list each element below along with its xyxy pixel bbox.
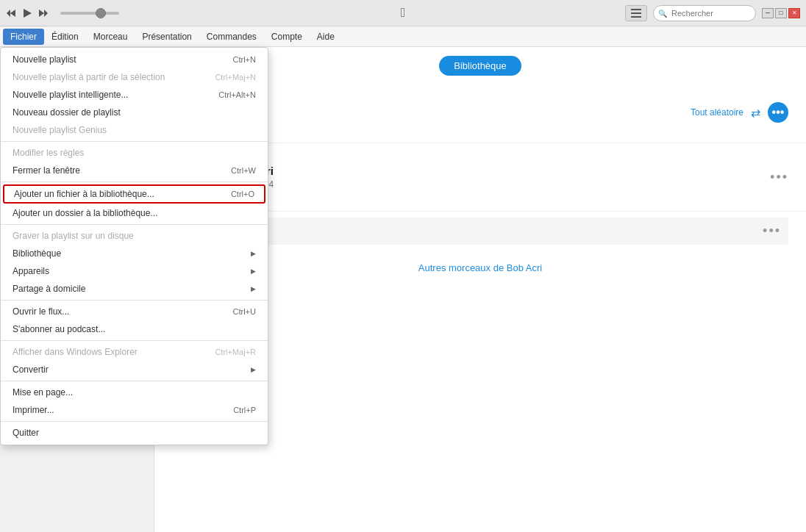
appareils-label: Appareils: [13, 266, 49, 276]
play-button[interactable]: [22, 8, 32, 18]
apple-logo: : [401, 5, 406, 21]
separator-2: [1, 181, 268, 182]
next-button[interactable]: [38, 8, 49, 18]
menu-commandes[interactable]: Commandes: [199, 29, 264, 45]
search-icon: 🔍: [658, 9, 667, 17]
separator-4: [1, 300, 268, 301]
artist-actions: Tout aléatoire ⇄ •••: [691, 102, 788, 123]
search-area: 🔍 ─ □ ✕: [625, 5, 800, 21]
add-folder-label: Ajouter un dossier à la bibliothèque...: [13, 208, 157, 218]
shuffle-link[interactable]: Tout aléatoire: [691, 107, 743, 118]
menu-burn-playlist: Graver la playlist sur un disque: [1, 227, 268, 245]
menu-convert[interactable]: Convertir: [1, 361, 268, 378]
menu-bibliotheque[interactable]: Bibliothèque: [1, 245, 268, 262]
burn-playlist-label: Graver la playlist sur un disque: [13, 231, 134, 241]
new-genius-playlist-label: Nouvelle playlist Genius: [13, 125, 107, 135]
subscribe-podcast-label: S'abonner au podcast...: [13, 324, 105, 334]
open-flux-shortcut: Ctrl+U: [233, 307, 256, 316]
partage-label: Partage à domicile: [13, 284, 85, 294]
shuffle-icon[interactable]: ⇄: [751, 106, 760, 120]
menu-morceau[interactable]: Morceau: [86, 29, 135, 45]
svg-rect-5: [631, 9, 641, 10]
transport-controls: [6, 8, 125, 18]
artist-more-button[interactable]: •••: [768, 102, 788, 123]
dropdown-menu: Nouvelle playlist Ctrl+N Nouvelle playli…: [0, 47, 268, 445]
open-flux-label: Ouvrir le flux...: [13, 306, 69, 317]
svg-marker-1: [10, 10, 15, 17]
minimize-button[interactable]: ─: [762, 8, 774, 18]
window-buttons: ─ □ ✕: [762, 8, 800, 18]
menu-new-playlist-folder[interactable]: Nouveau dossier de playlist: [1, 104, 268, 121]
edit-rules-label: Modifier les règles: [13, 148, 84, 158]
new-smart-playlist-shortcut: Ctrl+Alt+N: [218, 90, 256, 99]
new-playlist-selection-label: Nouvelle playlist à partir de la sélecti…: [13, 72, 165, 82]
track-more-button[interactable]: •••: [763, 223, 781, 239]
menu-page-setup[interactable]: Mise en page...: [1, 384, 268, 401]
new-playlist-folder-label: Nouveau dossier de playlist: [13, 107, 121, 118]
menu-print[interactable]: Imprimer... Ctrl+P: [1, 401, 268, 419]
main-window:  🔍 ─ □ ✕ Fichier Édition Morcea: [0, 0, 806, 532]
menu-edition[interactable]: Édition: [44, 29, 86, 45]
quit-label: Quitter: [13, 428, 39, 438]
menu-fichier[interactable]: Fichier: [3, 29, 44, 45]
page-setup-label: Mise en page...: [13, 387, 73, 398]
album-more-button[interactable]: •••: [770, 170, 788, 185]
menu-aide[interactable]: Aide: [310, 29, 342, 45]
menu-appareils[interactable]: Appareils: [1, 262, 268, 280]
new-playlist-shortcut: Ctrl+N: [233, 55, 256, 64]
dropdown-overlay: Nouvelle playlist Ctrl+N Nouvelle playli…: [0, 47, 268, 445]
volume-slider[interactable]: [60, 12, 119, 15]
menu-add-file[interactable]: Ajouter un fichier à la bibliothèque... …: [3, 184, 265, 204]
menu-new-genius-playlist: Nouvelle playlist Genius: [1, 121, 268, 139]
list-view-button[interactable]: [625, 5, 647, 21]
menu-bar: Fichier Édition Morceau Présentation Com…: [0, 26, 806, 47]
menu-new-playlist[interactable]: Nouvelle playlist Ctrl+N: [1, 51, 268, 68]
close-window-label: Fermer la fenêtre: [13, 165, 80, 176]
menu-new-smart-playlist[interactable]: Nouvelle playlist intelligente... Ctrl+A…: [1, 86, 268, 104]
convert-label: Convertir: [13, 364, 49, 375]
menu-edit-rules: Modifier les règles: [1, 144, 268, 162]
separator-5: [1, 340, 268, 341]
menu-presentation[interactable]: Présentation: [135, 29, 199, 45]
separator-1: [1, 141, 268, 142]
title-bar:  🔍 ─ □ ✕: [0, 0, 806, 26]
new-playlist-selection-shortcut: Ctrl+Maj+N: [215, 73, 256, 82]
new-smart-playlist-label: Nouvelle playlist intelligente...: [13, 90, 128, 100]
print-shortcut: Ctrl+P: [233, 406, 256, 414]
show-explorer-label: Afficher dans Windows Explorer: [13, 347, 138, 357]
svg-marker-2: [24, 9, 32, 18]
search-wrapper: 🔍: [653, 5, 756, 21]
print-label: Imprimer...: [13, 405, 54, 415]
new-playlist-label: Nouvelle playlist: [13, 54, 76, 65]
show-explorer-shortcut: Ctrl+Maj+R: [215, 348, 256, 356]
volume-thumb: [96, 8, 106, 18]
close-button[interactable]: ✕: [788, 8, 800, 18]
menu-new-playlist-selection: Nouvelle playlist à partir de la sélecti…: [1, 68, 268, 86]
menu-compte[interactable]: Compte: [264, 29, 310, 45]
add-file-shortcut: Ctrl+O: [231, 190, 254, 198]
svg-rect-6: [631, 12, 641, 14]
svg-rect-7: [631, 16, 641, 18]
menu-partage[interactable]: Partage à domicile: [1, 280, 268, 298]
menu-quit[interactable]: Quitter: [1, 424, 268, 442]
menu-add-folder[interactable]: Ajouter un dossier à la bibliothèque...: [1, 204, 268, 222]
menu-show-explorer: Afficher dans Windows Explorer Ctrl+Maj+…: [1, 343, 268, 361]
menu-subscribe-podcast[interactable]: S'abonner au podcast...: [1, 320, 268, 338]
separator-7: [1, 421, 268, 422]
menu-close-window[interactable]: Fermer la fenêtre Ctrl+W: [1, 162, 268, 179]
bibliotheque-label: Bibliothèque: [13, 248, 61, 259]
track-title: Sleep Away: [203, 226, 754, 237]
separator-3: [1, 224, 268, 225]
maximize-button[interactable]: □: [775, 8, 787, 18]
svg-marker-0: [7, 10, 10, 17]
library-button[interactable]: Bibliothèque: [439, 56, 521, 76]
separator-6: [1, 381, 268, 381]
prev-button[interactable]: [6, 8, 16, 18]
svg-marker-3: [39, 10, 44, 17]
add-file-label: Ajouter un fichier à la bibliothèque...: [14, 189, 154, 199]
svg-marker-4: [44, 10, 48, 17]
search-input[interactable]: [653, 5, 756, 21]
close-window-shortcut: Ctrl+W: [231, 166, 256, 175]
menu-open-flux[interactable]: Ouvrir le flux... Ctrl+U: [1, 303, 268, 320]
